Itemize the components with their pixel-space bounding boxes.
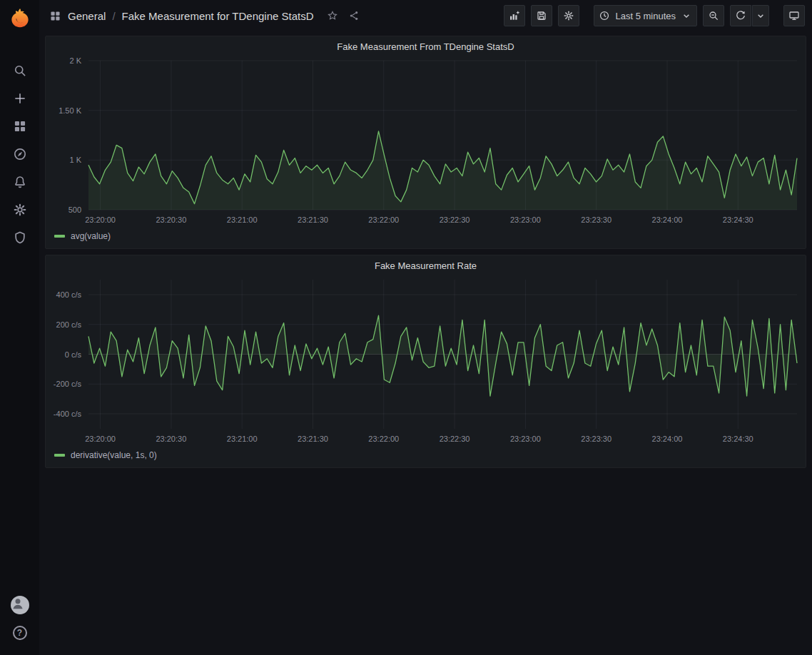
x-axis: 23:20:0023:20:3023:21:0023:21:3023:22:00… <box>88 213 797 227</box>
top-navbar: General / Fake Measurement for TDengine … <box>39 0 812 31</box>
time-range-picker[interactable]: Last 5 minutes <box>594 5 697 26</box>
alerting-bell-icon <box>13 175 27 189</box>
refresh-dashboard-button[interactable] <box>730 5 751 26</box>
sidebar-menu <box>0 56 39 251</box>
time-series-chart: 5001 K1.50 K2 K 23:20:0023:20:3023:21:00… <box>46 56 806 228</box>
x-tick-label: 23:22:30 <box>440 215 470 224</box>
x-tick-label: 23:20:00 <box>85 215 116 224</box>
save-dashboard-button[interactable] <box>531 5 552 26</box>
legend-series-swatch[interactable] <box>54 454 65 457</box>
legend: derivative(value, 1s, 0) <box>46 447 806 463</box>
plot-area[interactable] <box>88 280 797 429</box>
chevron-down-icon <box>755 10 766 21</box>
y-axis: 5001 K1.50 K2 K <box>49 61 86 210</box>
dashboard-settings-gear-icon <box>563 10 574 21</box>
dashboard-settings-button[interactable] <box>558 5 579 26</box>
x-tick-label: 23:21:00 <box>227 215 258 224</box>
chevron-down-icon <box>681 10 692 21</box>
navbar-actions: Last 5 minutes <box>504 5 805 26</box>
x-tick-label: 23:23:00 <box>510 215 541 224</box>
sidebar-item-alerting[interactable] <box>0 168 39 196</box>
sidebar-item-configuration[interactable] <box>0 196 39 223</box>
x-tick-label: 23:24:30 <box>723 215 753 224</box>
panel-add-icon <box>509 10 520 21</box>
legend-series-label[interactable]: derivative(value, 1s, 0) <box>71 450 157 460</box>
x-axis: 23:20:0023:20:3023:21:0023:21:3023:22:00… <box>88 432 797 446</box>
plot-area[interactable] <box>88 61 797 210</box>
panel-header[interactable]: Fake Measurement From TDengine StatsD <box>46 36 806 56</box>
panel-header[interactable]: Fake Measurement Rate <box>46 255 806 275</box>
x-tick-label: 23:22:00 <box>368 435 399 443</box>
save-dashboard-icon <box>536 10 547 21</box>
apps-icon <box>49 10 61 22</box>
x-tick-label: 23:21:00 <box>227 435 258 443</box>
breadcrumb-folder[interactable]: General <box>68 10 106 22</box>
legend-series-label[interactable]: avg(value) <box>71 231 111 241</box>
x-tick-label: 23:23:00 <box>510 435 541 443</box>
x-tick-label: 23:22:00 <box>368 215 399 224</box>
panel-title: Fake Measurement Rate <box>375 260 477 271</box>
grafana-logo[interactable] <box>8 5 32 29</box>
refresh-icon <box>735 10 746 21</box>
x-tick-label: 23:20:00 <box>85 435 116 443</box>
zoom-out-time-button[interactable] <box>703 5 724 26</box>
dashboard-title[interactable]: Fake Measurement for TDengine StatsD <box>122 10 314 22</box>
sidebar-item-server-admin[interactable] <box>0 223 39 251</box>
y-tick-label: 400 c/s <box>56 290 81 299</box>
share-icon[interactable] <box>348 10 360 21</box>
breadcrumb: General / Fake Measurement for TDengine … <box>49 10 314 22</box>
sidebar-item-search[interactable] <box>0 56 39 84</box>
sidebar-item-profile[interactable] <box>0 591 39 619</box>
legend-series-swatch[interactable] <box>54 235 65 238</box>
plus-icon <box>13 91 27 106</box>
clock-icon <box>599 10 610 21</box>
main-area: General / Fake Measurement for TDengine … <box>39 0 812 655</box>
panel-title: Fake Measurement From TDengine StatsD <box>337 41 514 52</box>
help-icon: ? <box>13 626 27 640</box>
panel-fake-measurement-rate: Fake Measurement Rate -400 c/s-200 c/s0 … <box>45 255 806 468</box>
y-tick-label: 500 <box>68 205 81 214</box>
configuration-gear-icon <box>13 203 27 217</box>
legend: avg(value) <box>46 228 806 244</box>
sidebar-item-dashboards[interactable] <box>0 112 39 140</box>
star-icon[interactable] <box>327 10 338 21</box>
x-tick-label: 23:23:30 <box>581 435 611 443</box>
y-tick-label: 2 K <box>69 56 81 65</box>
y-tick-label: 1.50 K <box>59 106 81 115</box>
sidebar-item-explore[interactable] <box>0 140 39 168</box>
sidebar: ? <box>0 0 39 655</box>
y-tick-label: 1 K <box>69 156 81 164</box>
search-icon <box>13 64 27 78</box>
refresh-button-group <box>730 5 769 26</box>
sidebar-item-create[interactable] <box>0 84 39 112</box>
y-axis: -400 c/s-200 c/s0 c/s200 c/s400 c/s <box>49 280 86 429</box>
dashboards-icon <box>13 119 27 133</box>
monitor-icon <box>788 10 800 21</box>
y-tick-label: -200 c/s <box>54 380 81 388</box>
y-tick-label: 200 c/s <box>56 320 81 329</box>
x-tick-label: 23:20:30 <box>156 435 186 443</box>
refresh-interval-dropdown[interactable] <box>752 5 769 26</box>
dashboard-grid: Fake Measurement From TDengine StatsD 50… <box>39 31 812 655</box>
x-tick-label: 23:20:30 <box>156 215 186 224</box>
sidebar-item-help[interactable]: ? <box>0 619 39 646</box>
x-tick-label: 23:21:30 <box>298 215 328 224</box>
x-tick-label: 23:24:00 <box>652 435 683 443</box>
explore-compass-icon <box>13 147 27 161</box>
x-tick-label: 23:24:00 <box>652 215 683 224</box>
panel-fake-measurement: Fake Measurement From TDengine StatsD 50… <box>45 36 806 249</box>
y-tick-label: -400 c/s <box>54 410 81 418</box>
time-series-chart: -400 c/s-200 c/s0 c/s200 c/s400 c/s 23:2… <box>46 275 806 447</box>
add-panel-button[interactable] <box>504 5 525 26</box>
x-tick-label: 23:23:30 <box>581 215 611 224</box>
breadcrumb-separator: / <box>112 10 115 22</box>
search-minus-icon <box>708 10 719 21</box>
x-tick-label: 23:21:30 <box>298 435 328 443</box>
user-avatar-icon <box>11 596 29 614</box>
server-admin-shield-icon <box>13 230 27 245</box>
x-tick-label: 23:24:30 <box>723 435 753 443</box>
cycle-view-mode-button[interactable] <box>783 5 805 26</box>
time-range-label: Last 5 minutes <box>615 11 676 21</box>
x-tick-label: 23:22:30 <box>440 435 470 443</box>
y-tick-label: 0 c/s <box>65 350 81 359</box>
